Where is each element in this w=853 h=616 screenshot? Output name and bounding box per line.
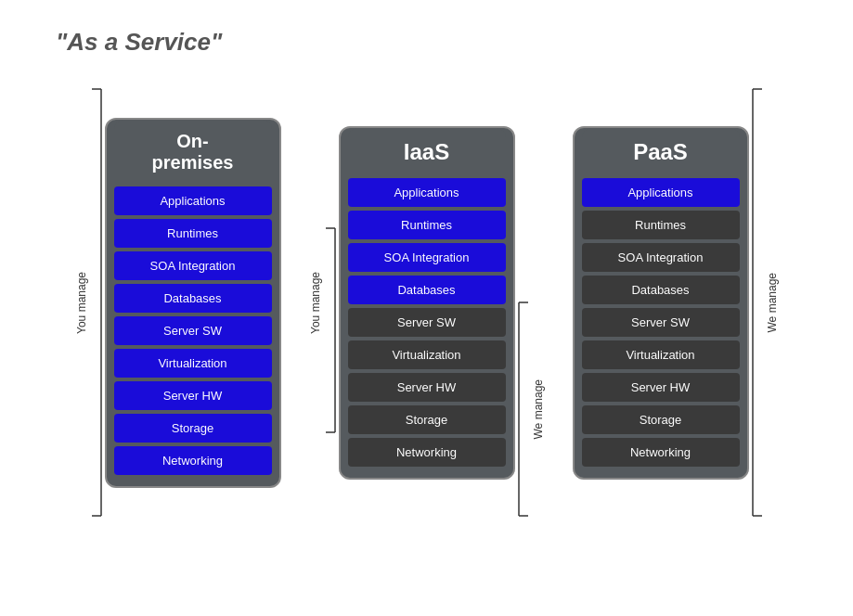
list-item: Databases xyxy=(114,284,272,313)
paas-card: PaaS Applications Runtimes SOA Integrati… xyxy=(573,126,749,480)
iaas-wrapper: You manage IaaS Applications Runtimes SO… xyxy=(309,84,545,520)
on-premises-left-bracket: You manage xyxy=(75,84,105,520)
iaas-we-manage-label: We manage xyxy=(532,379,545,439)
list-item: Applications xyxy=(114,186,272,215)
on-premises-header: On-premises xyxy=(114,120,272,186)
on-premises-you-manage-label: You manage xyxy=(75,272,88,334)
list-item: Server SW xyxy=(582,308,740,337)
on-premises-wrapper: You manage On-premises Applications Runt… xyxy=(75,84,281,520)
list-item: Networking xyxy=(582,438,740,467)
list-item: Runtimes xyxy=(114,219,272,248)
list-item: Storage xyxy=(582,405,740,434)
list-item: Applications xyxy=(348,178,506,207)
on-premises-card: On-premises Applications Runtimes SOA In… xyxy=(105,118,281,488)
list-item: Databases xyxy=(582,276,740,304)
iaas-left-bracket-svg xyxy=(322,224,339,437)
list-item: Virtualization xyxy=(114,349,272,378)
paas-header: PaaS xyxy=(582,128,740,178)
iaas-card: IaaS Applications Runtimes SOA Integrati… xyxy=(339,126,515,480)
list-item: Server HW xyxy=(348,373,506,402)
list-item: Databases xyxy=(348,276,506,304)
list-item: Virtualization xyxy=(582,340,740,369)
page-title: "As a Service" xyxy=(0,0,853,75)
iaas-right-bracket: We manage xyxy=(515,84,545,520)
list-item: Runtimes xyxy=(582,211,740,239)
list-item: Server HW xyxy=(114,381,272,410)
paas-wrapper: PaaS Applications Runtimes SOA Integrati… xyxy=(573,84,779,520)
list-item: Storage xyxy=(348,405,506,434)
list-item: SOA Integration xyxy=(348,243,506,272)
list-item: SOA Integration xyxy=(114,251,272,280)
list-item: Server HW xyxy=(582,373,740,402)
list-item: Virtualization xyxy=(348,340,506,369)
iaas-header: IaaS xyxy=(348,128,506,178)
list-item: Server SW xyxy=(114,316,272,345)
list-item: Networking xyxy=(114,446,272,475)
list-item: Runtimes xyxy=(348,211,506,239)
on-premises-left-bracket-svg xyxy=(88,84,105,520)
iaas-you-manage-label: You manage xyxy=(309,272,322,334)
paas-right-bracket-svg xyxy=(749,84,766,520)
iaas-left-bracket: You manage xyxy=(309,168,339,437)
list-item: SOA Integration xyxy=(582,243,740,272)
list-item: Applications xyxy=(582,178,740,207)
list-item: Server SW xyxy=(348,308,506,337)
list-item: Storage xyxy=(114,414,272,443)
paas-we-manage-label: We manage xyxy=(766,273,779,332)
list-item: Networking xyxy=(348,438,506,467)
iaas-right-bracket-svg xyxy=(515,298,532,520)
paas-right-bracket: We manage xyxy=(749,84,779,520)
diagram-container: You manage On-premises Applications Runt… xyxy=(0,75,853,530)
